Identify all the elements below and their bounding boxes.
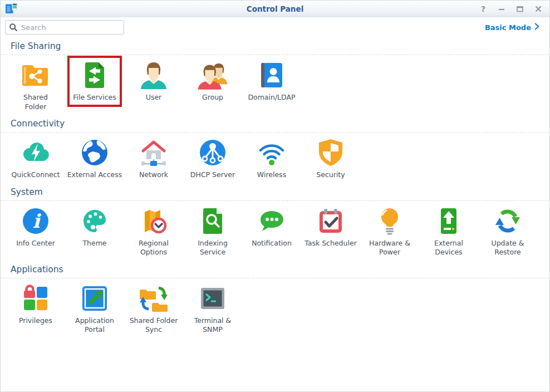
tile-privileges[interactable]: Privileges [6, 283, 65, 335]
tile-label: Terminal & SNMP [183, 316, 242, 335]
section-connectivity: ConnectivityQuickConnectExternal AccessN… [1, 115, 549, 183]
wireless-icon [256, 137, 287, 168]
tile-task-scheduler[interactable]: Task Scheduler [301, 205, 360, 257]
control-panel-window: Control Panel ? Basic Mode [0, 0, 550, 392]
tile-notification[interactable]: Notification [242, 205, 301, 257]
tile-regional-options[interactable]: Regional Options [124, 205, 183, 257]
network-icon [138, 137, 169, 168]
section-applications: ApplicationsPrivilegesApplication Portal… [1, 261, 549, 338]
tile-shared-folder-sync[interactable]: Shared Folder Sync [124, 283, 183, 335]
user-icon [138, 60, 169, 91]
maximize-icon[interactable] [515, 4, 524, 13]
search-input[interactable] [5, 20, 124, 35]
hardware-power-icon [374, 205, 405, 237]
section-system: SystemiInfo CenterThemeRegional OptionsI… [1, 183, 549, 261]
tile-user[interactable]: User [124, 60, 183, 111]
tile-external-devices[interactable]: External Devices [419, 205, 478, 257]
tile-label: User [124, 93, 183, 102]
notification-icon [256, 205, 287, 237]
tile-label: Shared Folder Sync [124, 316, 183, 335]
tile-security[interactable]: Security [301, 137, 360, 180]
section-file-sharing: File SharingShared FolderFile ServicesUs… [1, 37, 549, 115]
info-center-icon: i [20, 205, 51, 237]
tile-label: Regional Options [124, 239, 183, 257]
tile-label: Indexing Service [183, 239, 242, 257]
tile-hardware-power[interactable]: Hardware & Power [360, 205, 419, 257]
tile-network[interactable]: Network [124, 137, 183, 180]
security-icon [315, 137, 346, 168]
tile-label: Security [301, 170, 360, 180]
tile-label: Update & Restore [478, 239, 537, 257]
tile-row: PrivilegesApplication PortalShared Folde… [1, 278, 549, 338]
tile-label: Wireless [242, 170, 301, 180]
section-header: Applications [1, 261, 549, 278]
update-restore-icon [492, 205, 523, 237]
tile-row: QuickConnectExternal AccessNetworkDHCP S… [1, 133, 549, 183]
terminal-snmp-icon [197, 283, 228, 314]
regional-options-icon [138, 205, 169, 237]
tile-domain-ldap[interactable]: Domain/LDAP [242, 60, 301, 111]
tile-indexing-service[interactable]: Indexing Service [183, 205, 242, 257]
sections: File SharingShared FolderFile ServicesUs… [1, 37, 549, 338]
tile-info-center[interactable]: iInfo Center [6, 205, 65, 257]
domain-ldap-icon [256, 60, 287, 91]
file-services-icon [79, 60, 110, 91]
tile-label: External Devices [419, 239, 478, 257]
tile-label: Task Scheduler [301, 239, 360, 248]
application-portal-icon [79, 283, 110, 314]
tile-shared-folder[interactable]: Shared Folder [6, 60, 65, 111]
tile-application-portal[interactable]: Application Portal [65, 283, 124, 335]
tile-label: Theme [65, 239, 124, 248]
tile-terminal-snmp[interactable]: Terminal & SNMP [183, 283, 242, 335]
window-title: Control Panel [1, 1, 549, 17]
tile-dhcp-server[interactable]: DHCP Server [183, 137, 242, 180]
tile-label: Hardware & Power [360, 239, 419, 257]
chevron-right-icon [534, 23, 539, 32]
theme-icon [79, 205, 110, 237]
tile-label: Application Portal [65, 316, 124, 335]
tile-label: DHCP Server [183, 170, 242, 180]
section-header: System [1, 183, 549, 201]
search-box[interactable] [5, 20, 124, 35]
tile-wireless[interactable]: Wireless [242, 137, 301, 180]
search-icon [9, 23, 18, 32]
tile-label: Shared Folder [6, 93, 65, 111]
tile-update-restore[interactable]: Update & Restore [478, 205, 537, 257]
tile-label: Notification [242, 239, 301, 248]
tile-label: Network [124, 170, 183, 180]
external-access-icon [79, 137, 110, 168]
shared-folder-icon [20, 60, 51, 91]
tile-group[interactable]: Group [183, 60, 242, 111]
tile-label: Domain/LDAP [242, 93, 301, 102]
privileges-icon [20, 283, 51, 314]
basic-mode-label: Basic Mode [485, 23, 531, 32]
external-devices-icon [433, 205, 464, 237]
titlebar: Control Panel ? [1, 1, 549, 17]
toolbar: Basic Mode [1, 17, 549, 37]
tile-file-services[interactable]: File Services [65, 60, 124, 111]
task-scheduler-icon [315, 205, 346, 237]
section-header: Connectivity [1, 115, 549, 133]
basic-mode-link[interactable]: Basic Mode [485, 23, 539, 32]
tile-quickconnect[interactable]: QuickConnect [6, 137, 65, 180]
window-controls: ? [479, 1, 543, 17]
tile-row: iInfo CenterThemeRegional OptionsIndexin… [1, 201, 549, 261]
tile-label: Group [183, 93, 242, 102]
section-header: File Sharing [1, 37, 549, 55]
close-icon[interactable] [534, 4, 543, 13]
tile-label: Privileges [6, 316, 65, 326]
tile-label: QuickConnect [6, 170, 65, 180]
shared-folder-sync-icon [138, 283, 169, 314]
tile-label: External Access [65, 170, 124, 180]
tile-theme[interactable]: Theme [65, 205, 124, 257]
group-icon [197, 60, 228, 91]
tile-label: Info Center [6, 239, 65, 248]
tile-row: Shared FolderFile ServicesUserGroupDomai… [1, 55, 549, 115]
indexing-service-icon [197, 205, 228, 237]
quickconnect-icon [20, 137, 51, 168]
tile-external-access[interactable]: External Access [65, 137, 124, 180]
minimize-icon[interactable] [497, 4, 506, 13]
tile-label: File Services [65, 93, 124, 102]
dhcp-server-icon [197, 137, 228, 168]
help-icon[interactable]: ? [479, 4, 488, 13]
